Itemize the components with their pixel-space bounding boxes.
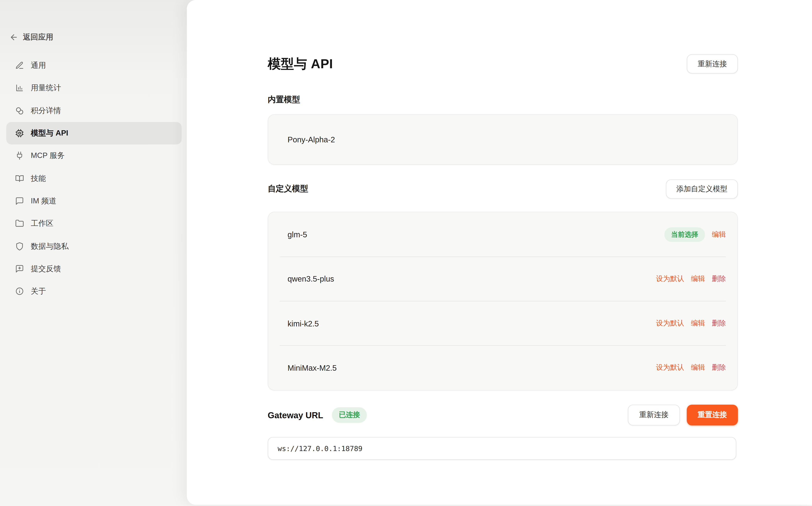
delete-link[interactable]: 删除	[712, 319, 726, 328]
page-title: 模型与 API	[268, 55, 333, 72]
gateway-reset-button[interactable]: 重置连接	[687, 405, 738, 425]
message-square-icon	[15, 196, 24, 205]
main-panel: 模型与 API 重新连接 内置模型 Pony-Alpha-2 自定义模型 添加自…	[187, 0, 812, 504]
model-name: qwen3.5-plus	[287, 274, 334, 283]
sidebar-item-label: MCP 服务	[31, 151, 65, 161]
sidebar-item-workspace[interactable]: 工作区	[6, 213, 182, 235]
sidebar-item-label: 提交反馈	[31, 264, 61, 274]
sidebar-item-general[interactable]: 通用	[6, 54, 182, 77]
sidebar: 返回应用 通用 用量统计 积分详情 模型与 API MCP 服务	[0, 0, 187, 506]
sidebar-item-label: 通用	[31, 61, 46, 71]
shield-icon	[15, 242, 24, 251]
sidebar-item-label: 工作区	[31, 219, 54, 229]
sidebar-item-skills[interactable]: 技能	[6, 167, 182, 190]
sidebar-item-about[interactable]: 关于	[6, 280, 182, 303]
gateway-label-group: Gateway URL 已连接	[268, 407, 367, 423]
model-name: kimi-k2.5	[287, 319, 319, 328]
sidebar-item-models-api[interactable]: 模型与 API	[6, 122, 182, 145]
sidebar-item-feedback[interactable]: 提交反馈	[6, 257, 182, 280]
back-to-app-button[interactable]: 返回应用	[9, 29, 53, 46]
sidebar-item-label: IM 频道	[31, 196, 56, 206]
model-row-qwen3-5-plus: qwen3.5-plus 设为默认 编辑 删除	[268, 257, 737, 301]
delete-link[interactable]: 删除	[712, 274, 726, 283]
row-actions: 当前选择 编辑	[664, 227, 726, 242]
coins-icon	[15, 106, 24, 115]
sidebar-item-label: 技能	[31, 173, 46, 183]
gateway-url-input[interactable]	[268, 437, 736, 460]
custom-models-header: 自定义模型 添加自定义模型	[268, 179, 738, 199]
cpu-icon	[15, 129, 24, 138]
sidebar-nav: 通用 用量统计 积分详情 模型与 API MCP 服务 技能	[6, 54, 182, 303]
builtin-model-name: Pony-Alpha-2	[287, 135, 335, 144]
edit-link[interactable]: 编辑	[691, 274, 705, 283]
set-default-link[interactable]: 设为默认	[656, 274, 684, 283]
custom-models-list: glm-5 当前选择 编辑 qwen3.5-plus 设为默认 编辑 删除 ki…	[268, 212, 738, 391]
gateway-section-header: Gateway URL 已连接 重新连接 重置连接	[268, 405, 738, 425]
page-header: 模型与 API 重新连接	[268, 54, 738, 74]
model-row-minimax-m2-5: MiniMax-M2.5 设为默认 编辑 删除	[268, 345, 737, 390]
back-label: 返回应用	[23, 32, 53, 42]
plug-icon	[15, 151, 24, 160]
pen-icon	[15, 61, 24, 70]
edit-link[interactable]: 编辑	[691, 363, 705, 372]
add-custom-model-button[interactable]: 添加自定义模型	[666, 179, 738, 199]
sidebar-item-label: 模型与 API	[31, 128, 68, 138]
folder-icon	[15, 219, 24, 228]
sidebar-item-data-privacy[interactable]: 数据与隐私	[6, 235, 182, 257]
builtin-models-section-label: 内置模型	[268, 94, 738, 105]
settings-window: 返回应用 通用 用量统计 积分详情 模型与 API MCP 服务	[0, 0, 812, 506]
current-selection-badge: 当前选择	[664, 227, 705, 242]
edit-link[interactable]: 编辑	[712, 230, 726, 239]
connected-status-badge: 已连接	[332, 407, 367, 423]
gateway-reconnect-button[interactable]: 重新连接	[628, 405, 680, 425]
sidebar-item-im-channels[interactable]: IM 频道	[6, 190, 182, 213]
arrow-left-icon	[9, 32, 18, 41]
set-default-link[interactable]: 设为默认	[656, 363, 684, 372]
gateway-buttons: 重新连接 重置连接	[628, 405, 738, 425]
sidebar-item-label: 数据与隐私	[31, 241, 69, 251]
row-actions: 设为默认 编辑 删除	[656, 274, 726, 283]
info-icon	[15, 287, 24, 296]
sidebar-item-label: 用量统计	[31, 83, 61, 93]
builtin-model-card: Pony-Alpha-2	[268, 114, 738, 165]
sidebar-item-label: 积分详情	[31, 106, 61, 116]
reconnect-button[interactable]: 重新连接	[687, 54, 738, 74]
model-row-glm-5: glm-5 当前选择 编辑	[268, 212, 737, 257]
set-default-link[interactable]: 设为默认	[656, 319, 684, 328]
custom-models-section-label: 自定义模型	[268, 183, 308, 194]
sidebar-item-label: 关于	[31, 286, 46, 296]
gateway-url-label: Gateway URL	[268, 410, 323, 420]
message-square-plus-icon	[15, 264, 24, 273]
row-actions: 设为默认 编辑 删除	[656, 319, 726, 328]
sidebar-item-credits[interactable]: 积分详情	[6, 99, 182, 122]
edit-link[interactable]: 编辑	[691, 319, 705, 328]
sidebar-item-usage-stats[interactable]: 用量统计	[6, 77, 182, 99]
model-row-kimi-k2-5: kimi-k2.5 设为默认 编辑 删除	[268, 301, 737, 345]
sidebar-item-mcp[interactable]: MCP 服务	[6, 145, 182, 167]
model-name: MiniMax-M2.5	[287, 363, 337, 372]
delete-link[interactable]: 删除	[712, 363, 726, 372]
bar-chart-icon	[15, 84, 24, 92]
model-name: glm-5	[287, 230, 307, 239]
row-actions: 设为默认 编辑 删除	[656, 363, 726, 372]
book-open-icon	[15, 174, 24, 183]
